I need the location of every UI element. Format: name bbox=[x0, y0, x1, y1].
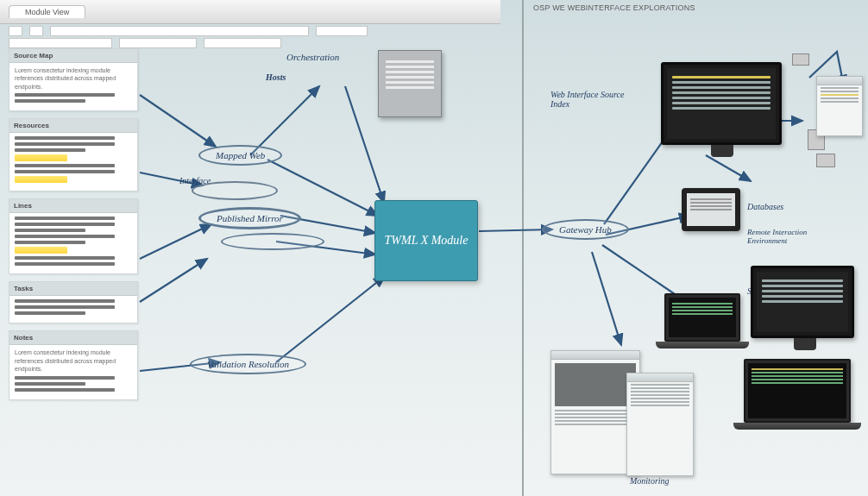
highlight-marker bbox=[15, 247, 67, 254]
label-source-index: Web Interface Source Index bbox=[550, 90, 628, 109]
document-thumb-a[interactable] bbox=[378, 50, 442, 117]
toolbar-row-1 bbox=[9, 26, 492, 36]
sidebar-box-title: Tasks bbox=[9, 282, 137, 296]
svg-line-5 bbox=[250, 86, 319, 155]
sidebar-box-tasks[interactable]: Tasks bbox=[9, 281, 138, 323]
sidebar-box-source[interactable]: Source Map Lorem consectetur indexing mo… bbox=[9, 48, 138, 111]
center-module-node[interactable]: TWML X Module bbox=[374, 200, 478, 281]
sidebar-box-resources[interactable]: Resources bbox=[9, 118, 138, 191]
node-ellipse-a[interactable] bbox=[192, 181, 278, 200]
svg-line-7 bbox=[267, 160, 378, 216]
svg-line-0 bbox=[140, 95, 216, 147]
label-orchestration: Orchestration bbox=[286, 52, 339, 62]
laptop-b[interactable] bbox=[744, 359, 851, 423]
tablet-a[interactable] bbox=[682, 188, 740, 231]
svg-line-3 bbox=[140, 259, 207, 302]
node-published-mirror[interactable]: Published Mirror bbox=[198, 207, 301, 229]
node-mapped-web[interactable]: Mapped Web bbox=[198, 145, 282, 166]
sidebar-box-lines[interactable]: Lines bbox=[9, 198, 138, 274]
sidebar-box-title: Notes bbox=[9, 331, 137, 345]
label-monitoring: Monitoring bbox=[630, 476, 670, 486]
label-databases: Databases bbox=[747, 202, 783, 211]
label-remote-env: Remote Interaction Environment bbox=[747, 228, 825, 245]
node-validation[interactable]: Validation Resolution bbox=[190, 354, 306, 374]
monitor-b-stand bbox=[794, 338, 816, 350]
label-hosts: Hosts bbox=[266, 72, 286, 82]
sidebar-box-title: Lines bbox=[9, 199, 137, 213]
monitor-a-stand bbox=[711, 145, 733, 157]
monitor-a[interactable] bbox=[661, 62, 782, 145]
svg-line-15 bbox=[592, 252, 621, 345]
svg-line-16 bbox=[706, 155, 751, 181]
browser-tab[interactable]: Module View bbox=[9, 5, 85, 18]
browser-chrome: Module View bbox=[0, 0, 500, 24]
sidebar-box-title: Resources bbox=[9, 119, 137, 133]
window-thumb-a[interactable] bbox=[816, 76, 863, 136]
window-thumb-c[interactable] bbox=[626, 373, 694, 476]
laptop-a[interactable] bbox=[664, 293, 740, 342]
toolbar-row-2 bbox=[9, 38, 492, 48]
sidebar-para: Lorem consectetur indexing module refere… bbox=[15, 348, 132, 373]
sidebar-box-title: Source Map bbox=[9, 49, 137, 63]
svg-line-2 bbox=[140, 224, 211, 259]
svg-line-9 bbox=[276, 276, 385, 362]
sidebar-box-notes[interactable]: Notes Lorem consectetur indexing module … bbox=[9, 330, 138, 399]
right-pane-header: OSP WE WEBINTERFACE EXPLORATIONS bbox=[533, 3, 695, 12]
highlight-marker bbox=[15, 176, 67, 183]
laptop-b-base bbox=[733, 423, 861, 430]
monitor-b[interactable] bbox=[751, 266, 854, 338]
swatch-icon bbox=[792, 53, 809, 66]
sidebar-para: Lorem consectetur indexing module refere… bbox=[15, 66, 132, 91]
pane-divider bbox=[522, 0, 524, 496]
node-gateway[interactable]: Gateway Hub bbox=[542, 219, 629, 240]
laptop-a-base bbox=[656, 342, 749, 348]
swatch-icon bbox=[816, 154, 835, 167]
node-ellipse-b[interactable] bbox=[221, 233, 324, 250]
sidebar: Source Map Lorem consectetur indexing mo… bbox=[9, 48, 138, 407]
highlight-marker bbox=[15, 154, 67, 161]
